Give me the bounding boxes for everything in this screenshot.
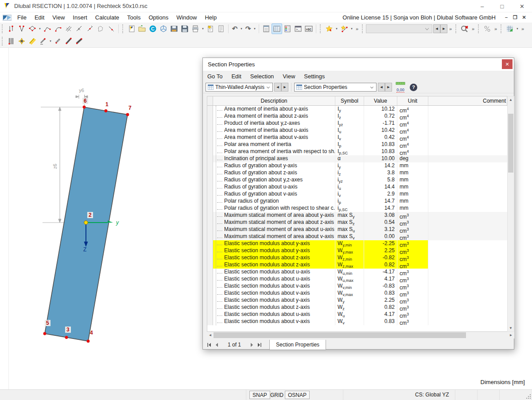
model-cube-button[interactable] [158, 23, 169, 34]
insert-point-fan-button[interactable] [16, 23, 27, 34]
toolbar-overflow-icon[interactable]: » [354, 26, 360, 31]
table-row[interactable]: Elastic section modulus about y-axisWy,m… [207, 247, 507, 254]
next-table-icon[interactable]: ▶ [385, 83, 392, 92]
snap-point-button[interactable] [106, 23, 116, 34]
point-label[interactable]: 2 [87, 212, 93, 218]
insert-point-pair-button[interactable] [6, 23, 16, 34]
grid-toggle[interactable]: GRID [268, 391, 286, 399]
element-dimension-dropdown-icon[interactable]: ▼ [48, 40, 53, 42]
new-object-button[interactable] [324, 23, 334, 34]
new-element-lines-button[interactable] [27, 36, 38, 46]
snap-toggle[interactable]: SNAP [249, 391, 270, 399]
table-row[interactable]: Elastic section modulus about z-axisWz,m… [207, 262, 507, 269]
point-label[interactable]: 7 [128, 105, 132, 111]
close-icon[interactable]: ✕ [512, 0, 532, 12]
element-line-thick-button[interactable] [74, 36, 85, 46]
script-console-button[interactable]: >SC [303, 23, 314, 34]
element-bars-button[interactable] [6, 36, 16, 46]
dialog-close-icon[interactable]: ✕ [502, 59, 513, 69]
table-row[interactable]: Radius of gyration about y,z-axesiyz5.8m… [207, 177, 507, 184]
table-row[interactable]: Product of inertia about y,z-axesIyz-1.7… [207, 120, 507, 127]
prev-table-icon[interactable]: ◀ [274, 83, 281, 92]
report-button[interactable] [216, 23, 226, 34]
menu-insert[interactable]: Insert [69, 13, 91, 22]
toolbar-overflow-icon[interactable]: » [447, 26, 454, 31]
insert-polygon-button[interactable] [95, 23, 106, 34]
toolbar-drag-handle[interactable] [122, 24, 125, 33]
insert-arc-button[interactable] [53, 23, 63, 34]
insert-rectangle-button[interactable] [27, 23, 38, 34]
new-line-button[interactable] [339, 23, 349, 34]
column-header-description[interactable]: Description [213, 96, 335, 105]
toolbar-overflow-icon[interactable]: » [470, 26, 476, 31]
decimal-places-button[interactable]: 0,00 [396, 82, 405, 93]
table-row[interactable]: Area moment of inertia about v-axisIv0.4… [207, 134, 507, 141]
horizontal-scroll-thumb[interactable] [214, 332, 466, 338]
table-row[interactable]: Elastic section modulus about v-axisWv0.… [207, 318, 507, 325]
new-object-dropdown-icon[interactable]: ▼ [334, 27, 339, 30]
dialog-menu-settings[interactable]: Settings [299, 72, 329, 81]
table-row[interactable]: Elastic section modulus about v-axisWv,m… [207, 290, 507, 297]
table-row[interactable]: Radius of gyration about u-axisiu14.4mm [207, 184, 507, 191]
snap-settings-button[interactable] [482, 23, 493, 34]
toolbar-drag-handle[interactable] [362, 24, 365, 33]
last-page-button[interactable] [256, 341, 263, 349]
menu-help[interactable]: Help [201, 13, 221, 22]
table-row[interactable]: Polar radius of gyrationip14.7mm [207, 198, 507, 205]
dialog-title-bar[interactable]: Section Properties ✕ [203, 58, 514, 71]
menu-view[interactable]: View [48, 13, 69, 22]
column-header-unit[interactable]: Unit [397, 96, 428, 105]
table-row[interactable]: Maximum statical moment of area about z-… [207, 219, 507, 226]
toolbar-drag-handle[interactable] [455, 24, 458, 33]
point-label[interactable]: 1 [105, 101, 109, 108]
new-report-button[interactable] [205, 23, 216, 34]
tables-panel-button[interactable] [272, 23, 282, 34]
table-row[interactable]: Polar radius of gyration with respect to… [207, 205, 507, 212]
centroid-point[interactable] [84, 221, 88, 224]
prev-table-icon[interactable]: ◀ [378, 83, 385, 92]
table-row[interactable]: Elastic section modulus about y-axisWy,m… [207, 240, 507, 247]
menu-window[interactable]: Window [172, 13, 201, 22]
help-icon[interactable]: ? [410, 84, 417, 91]
table-row[interactable]: Area moment of inertia about y-axisIy10.… [207, 106, 507, 113]
menu-calculate[interactable]: Calculate [91, 13, 123, 22]
redo-button[interactable]: ↷ [244, 23, 252, 34]
next-table-icon[interactable]: ▶ [281, 83, 288, 92]
print-dropdown-icon[interactable]: ▼ [201, 27, 205, 30]
insert-parallel-lines-button[interactable] [63, 23, 74, 34]
next-page-button[interactable] [248, 341, 256, 349]
toolbar-drag-handle[interactable] [501, 24, 503, 33]
horizontal-scrollbar[interactable]: ◄ ► [207, 332, 514, 338]
table-row[interactable]: Maximum statical moment of area about y-… [207, 212, 507, 219]
element-arc-thick-button[interactable] [63, 36, 74, 46]
table-row[interactable]: Maximum statical moment of area about v-… [207, 233, 507, 240]
new-element-point-button[interactable] [16, 36, 27, 46]
table-select-combobox[interactable]: Section Properties [294, 83, 377, 92]
divide-line-button[interactable] [85, 23, 95, 34]
mdi-close-icon[interactable]: ✕ [520, 15, 528, 20]
new-model-button[interactable] [126, 23, 137, 34]
open-file-button[interactable] [137, 23, 148, 34]
point-label[interactable]: 4 [90, 330, 93, 336]
dialog-menu-goto[interactable]: Go To [203, 72, 227, 81]
tab-section-properties[interactable]: Section Properties [269, 340, 326, 350]
first-page-button[interactable] [206, 341, 213, 349]
navigator-panel-button[interactable] [261, 23, 272, 34]
project-icon[interactable] [3, 15, 12, 21]
display-settings-button[interactable] [505, 23, 515, 34]
toolbar-overflow-icon[interactable]: » [520, 26, 526, 31]
column-header-comment[interactable]: Comment [428, 96, 507, 105]
table-row[interactable]: Maximum statical moment of area about u-… [207, 226, 507, 233]
scroll-up-icon[interactable]: ▲ [508, 96, 514, 103]
mdi-restore-icon[interactable]: ❐ [511, 15, 520, 20]
menu-edit[interactable]: Edit [31, 13, 48, 22]
table-row[interactable]: Inclination of principal axesα10.00deg [207, 155, 507, 162]
menu-file[interactable]: File [13, 13, 31, 22]
insert-polyline-button[interactable] [42, 23, 53, 34]
prev-page-button[interactable] [213, 341, 221, 349]
point-label[interactable]: 5 [45, 320, 50, 326]
table-row[interactable]: Radius of gyration about z-axisiz3.8mm [207, 169, 507, 177]
vertical-scrollbar[interactable]: ▲ ▼ [507, 96, 514, 332]
table-row[interactable]: Radius of gyration about v-axisiv2.9mm [207, 191, 507, 198]
trim-line-button[interactable] [74, 23, 85, 34]
